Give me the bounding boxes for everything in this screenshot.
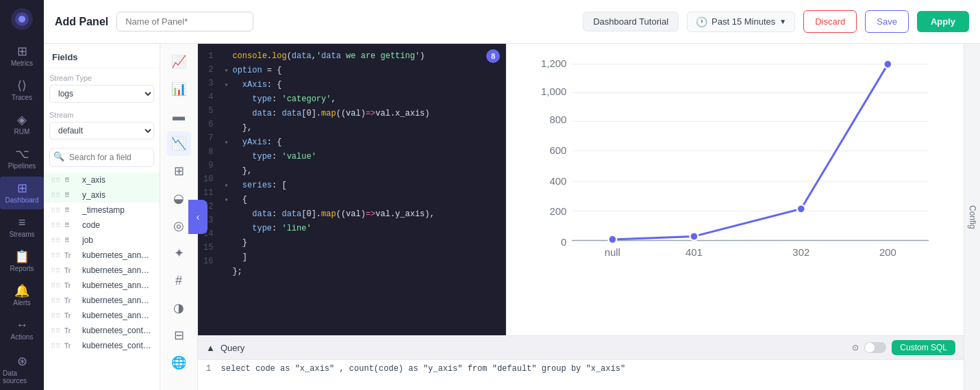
- field-item[interactable]: ⠿⠿ Tr kubernetes_annotations_kubernetes: [44, 263, 160, 278]
- field-name: code: [82, 220, 100, 230]
- dashboard-icon: ⊞: [17, 182, 27, 194]
- code-editor[interactable]: 12345678910111213141516 console.log(data…: [198, 44, 506, 335]
- chart-type-pie[interactable]: ◒: [166, 186, 191, 211]
- sidebar-item-alerts[interactable]: 🔔 Alerts: [0, 279, 44, 312]
- drag-handle: ⠿⠿: [51, 342, 60, 350]
- field-item[interactable]: ⠿⠿ ⠿ y_axis: [44, 187, 160, 203]
- sidebar-item-pipelines[interactable]: ⌥ Pipelines: [0, 142, 44, 175]
- query-sql-content[interactable]: 1 select code as "x_axis" , count(code) …: [198, 360, 964, 390]
- collapse-panel-button[interactable]: ‹: [188, 200, 208, 234]
- query-header: ▲ Query ⊙ Custom SQL: [198, 336, 964, 360]
- svg-text:400: 400: [550, 176, 567, 187]
- svg-text:302: 302: [792, 247, 809, 258]
- field-item[interactable]: ⠿⠿ Tr kubernetes_annotations_promethe...: [44, 293, 160, 308]
- sidebar-item-actions[interactable]: ↔ Actions: [0, 313, 44, 346]
- config-tab[interactable]: Config: [964, 44, 980, 390]
- svg-text:1,200: 1,200: [541, 58, 566, 69]
- metrics-icon: ⊞: [17, 45, 27, 57]
- chart-type-table[interactable]: ⊞: [166, 159, 191, 183]
- collapse-icon[interactable]: ▾: [224, 67, 232, 75]
- stream-select[interactable]: default: [49, 122, 154, 140]
- field-name: kubernetes_annotations_promethe...: [82, 311, 153, 320]
- clock-icon: 🕐: [696, 16, 707, 27]
- sidebar-item-label: Dashboard: [5, 196, 39, 204]
- code-line: console.log(data,'data we are getting'): [224, 49, 500, 64]
- drag-handle: ⠿⠿: [51, 207, 60, 214]
- field-name: _timestamp: [82, 205, 125, 215]
- field-list: ⠿⠿ ⠿ x_axis ⠿⠿ ⠿ y_axis ⠿⠿ ⠿ _timestamp …: [44, 170, 160, 390]
- time-range-selector[interactable]: 🕐 Past 15 Minutes ▼: [687, 12, 795, 32]
- svg-text:600: 600: [550, 145, 567, 156]
- sql-text: select code as "x_axis" , count(code) as…: [221, 364, 626, 374]
- dashboard-name-text: Dashboard Tutorial: [593, 16, 668, 27]
- code-line: ]: [224, 250, 500, 265]
- panel-name-input[interactable]: [116, 12, 253, 31]
- collapse-icon: [224, 211, 232, 218]
- collapse-icon: [224, 168, 232, 175]
- collapse-icon[interactable]: ▾: [224, 81, 232, 89]
- sidebar-item-streams[interactable]: ≡ Streams: [0, 211, 44, 244]
- discard-button[interactable]: Discard: [803, 10, 857, 33]
- line-number: 1: [198, 49, 218, 63]
- stream-type-label: Stream Type: [49, 74, 154, 82]
- chart-type-heatmap[interactable]: ⊟: [166, 323, 191, 348]
- sidebar-item-dashboard[interactable]: ⊞ Dashboard: [0, 177, 44, 209]
- chart-type-bar-h[interactable]: ▬: [166, 104, 191, 129]
- sidebar-item-reports[interactable]: 📋 Reports: [0, 245, 44, 278]
- stream-type-select[interactable]: logs: [49, 85, 154, 103]
- field-item[interactable]: ⠿⠿ ⠿ x_axis: [44, 172, 160, 187]
- field-name: job: [82, 235, 93, 245]
- chart-type-line[interactable]: 📉: [166, 131, 191, 156]
- sidebar-item-label: RUM: [14, 128, 30, 135]
- sidebar-item-metrics[interactable]: ⊞ Metrics: [0, 40, 44, 73]
- field-type-icon: ⠿: [64, 237, 78, 244]
- sidebar-item-rum[interactable]: ◈ RUM: [0, 108, 44, 141]
- field-item[interactable]: ⠿⠿ ⠿ code: [44, 218, 160, 233]
- svg-text:200: 200: [550, 206, 567, 217]
- actions-icon: ↔: [16, 319, 28, 331]
- custom-sql-toggle[interactable]: [864, 342, 886, 353]
- field-item[interactable]: ⠿⠿ ⠿ job: [44, 233, 160, 248]
- query-collapse-icon[interactable]: ▲: [206, 343, 215, 353]
- body-area: Fields Stream Type logs Stream default 🔍: [44, 44, 980, 390]
- app-logo[interactable]: [8, 5, 36, 33]
- chart-type-donut[interactable]: ◎: [166, 213, 191, 238]
- chart-type-bar[interactable]: 📊: [166, 77, 191, 101]
- sidebar-item-traces[interactable]: ⟨⟩ Traces: [0, 74, 44, 107]
- chevron-down-icon: ▼: [779, 18, 786, 25]
- drag-handle: ⠿⠿: [51, 222, 60, 229]
- chart-type-area[interactable]: 📈: [166, 49, 191, 74]
- field-item[interactable]: ⠿⠿ Tr kubernetes_annotations_kubectl_ku: [44, 248, 160, 263]
- field-type-icon: Tr: [64, 267, 78, 274]
- field-item[interactable]: ⠿⠿ Tr kubernetes_container_hash: [44, 323, 160, 338]
- apply-button[interactable]: Apply: [917, 11, 969, 32]
- field-type-icon: Tr: [64, 342, 78, 350]
- search-field-input[interactable]: [49, 148, 154, 167]
- field-item[interactable]: ⠿⠿ Tr kubernetes_container_image: [44, 338, 160, 353]
- line-number: 15: [198, 241, 218, 255]
- field-name: kubernetes_annotations_promethe...: [82, 296, 153, 305]
- field-item[interactable]: ⠿⠿ Tr kubernetes_annotations_promethe...: [44, 308, 160, 323]
- sidebar-item-data-sources[interactable]: ⊛ Data sources: [0, 350, 44, 390]
- sidebar-nav: ⊞ Metrics ⟨⟩ Traces ◈ RUM ⌥ Pipelines ⊞ …: [0, 0, 44, 390]
- sidebar-item-label: Reports: [10, 265, 34, 272]
- field-item[interactable]: ⠿⠿ ⠿ _timestamp: [44, 203, 160, 218]
- line-number: 9: [198, 159, 218, 172]
- field-name: y_axis: [82, 190, 105, 200]
- main-content: Add Panel Dashboard Tutorial 🕐 Past 15 M…: [44, 0, 980, 390]
- code-content[interactable]: console.log(data,'data we are getting')▾…: [218, 44, 505, 335]
- drag-handle: ⠿⠿: [51, 192, 60, 199]
- chart-type-geo[interactable]: 🌐: [166, 350, 191, 375]
- collapse-icon[interactable]: ▾: [224, 139, 232, 146]
- collapse-icon[interactable]: ▾: [224, 196, 232, 204]
- save-button[interactable]: Save: [865, 10, 909, 33]
- field-item[interactable]: ⠿⠿ Tr kubernetes_annotations_promethe: [44, 278, 160, 293]
- svg-point-20: [797, 205, 805, 213]
- collapse-icon[interactable]: ▾: [224, 182, 232, 190]
- custom-sql-button[interactable]: Custom SQL: [892, 340, 955, 355]
- chart-type-metric[interactable]: #: [166, 268, 191, 293]
- drag-handle: ⠿⠿: [51, 252, 60, 259]
- chart-type-scatter[interactable]: ✦: [166, 241, 191, 265]
- drag-handle: ⠿⠿: [51, 327, 60, 335]
- chart-type-gauge[interactable]: ◑: [166, 296, 191, 320]
